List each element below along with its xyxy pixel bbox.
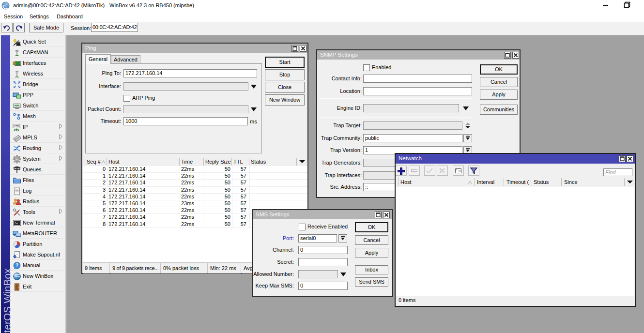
svg-text:255: 255 xyxy=(14,124,19,128)
svg-text:?: ? xyxy=(15,263,18,268)
